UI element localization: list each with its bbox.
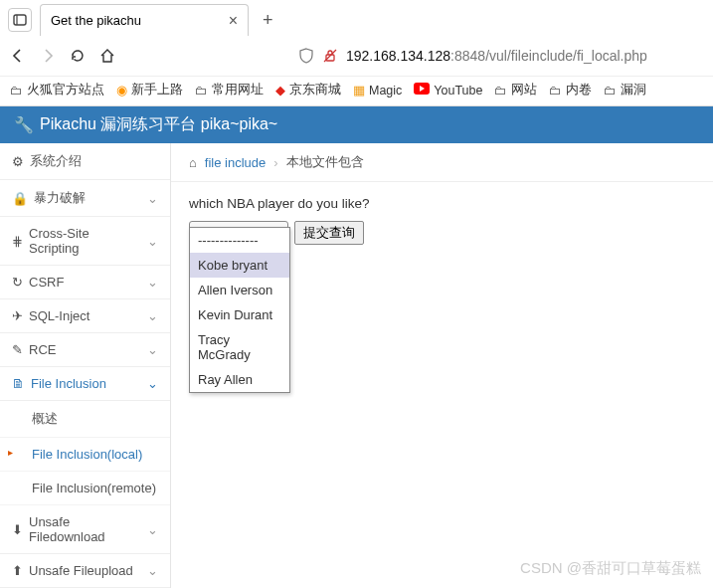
refresh-icon: ↻ xyxy=(12,275,23,290)
reload-button[interactable] xyxy=(70,48,86,64)
bookmark-item[interactable]: 🗀常用网址 xyxy=(195,82,264,98)
nav-bar: 192.168.134.128:8848/vul/fileinclude/fi_… xyxy=(0,36,713,76)
bookmark-item[interactable]: YouTube xyxy=(414,81,482,99)
magic-icon: ▦ xyxy=(353,83,365,98)
back-button[interactable] xyxy=(10,48,26,64)
chevron-down-icon: ⌄ xyxy=(147,275,158,290)
forward-button[interactable] xyxy=(40,48,56,64)
download-icon: ⬇ xyxy=(12,522,23,537)
sidebar-item-filedownload[interactable]: ⬇Unsafe Filedownload⌄ xyxy=(0,505,170,554)
browser-tab[interactable]: Get the pikachu × xyxy=(40,4,249,36)
chevron-down-icon: ⌄ xyxy=(147,563,158,578)
select-option[interactable]: Kobe bryant xyxy=(190,253,289,278)
folder-icon: 🗀 xyxy=(10,84,23,98)
folder-icon: 🗀 xyxy=(549,84,562,98)
chevron-down-icon: ⌄ xyxy=(147,308,158,323)
home-button[interactable] xyxy=(99,48,115,64)
chevron-down-icon: ⌄ xyxy=(147,191,158,206)
bookmark-item[interactable]: 🗀火狐官方站点 xyxy=(10,82,104,98)
sidebar-sub-overview[interactable]: 概述 xyxy=(0,401,170,438)
wrench-icon: 🔧 xyxy=(14,115,34,134)
chevron-down-icon: ⌄ xyxy=(147,376,158,391)
recent-tabs-button[interactable] xyxy=(8,8,32,32)
sidebar-item-fileupload[interactable]: ⬆Unsafe Fileupload⌄ xyxy=(0,554,170,588)
chevron-down-icon: ⌄ xyxy=(147,522,158,537)
folder-icon: 🗀 xyxy=(494,84,507,98)
bookmark-item[interactable]: 🗀内卷 xyxy=(549,82,592,98)
svg-rect-0 xyxy=(14,15,26,25)
sidebar-item-fileinclusion[interactable]: 🗎File Inclusion⌄ xyxy=(0,367,170,401)
select-option[interactable]: Allen Iverson xyxy=(190,278,289,302)
content-area: ⌂ file include › 本地文件包含 which NBA player… xyxy=(171,143,713,588)
bookmark-item[interactable]: 🗀漏洞 xyxy=(604,82,646,98)
app-body: ⚙系统介绍 🔒暴力破解⌄ ⋕Cross-Site Scripting⌄ ↻CSR… xyxy=(0,143,713,588)
close-icon[interactable]: × xyxy=(229,12,238,30)
bookmarks-bar: 🗀火狐官方站点 ◉新手上路 🗀常用网址 ◆京东商城 ▦Magic YouTube… xyxy=(0,76,713,105)
breadcrumb-current: 本地文件包含 xyxy=(286,153,364,171)
sidebar-item-intro[interactable]: ⚙系统介绍 xyxy=(0,143,170,180)
breadcrumb: ⌂ file include › 本地文件包含 xyxy=(171,143,713,182)
sidebar-sub-local[interactable]: File Inclusion(local) xyxy=(0,438,170,472)
tab-strip: Get the pikachu × + xyxy=(0,0,713,36)
bug-icon: ⋕ xyxy=(12,234,23,249)
address-bar[interactable]: 192.168.134.128:8848/vul/fileinclude/fi_… xyxy=(298,48,703,64)
bookmark-item[interactable]: ◆京东商城 xyxy=(275,82,341,98)
firefox-icon: ◉ xyxy=(116,83,127,98)
gears-icon: ⚙ xyxy=(12,154,24,169)
upload-icon: ⬆ xyxy=(12,563,23,578)
watermark: CSDN @香甜可口草莓蛋糕 xyxy=(520,559,701,578)
sidebar-item-xss[interactable]: ⋕Cross-Site Scripting⌄ xyxy=(0,217,170,266)
bookmark-item[interactable]: 🗀网站 xyxy=(494,82,537,98)
select-dropdown: -------------- Kobe bryant Allen Iverson… xyxy=(189,227,290,393)
select-option[interactable]: Kevin Durant xyxy=(190,302,289,327)
sidebar: ⚙系统介绍 🔒暴力破解⌄ ⋕Cross-Site Scripting⌄ ↻CSR… xyxy=(0,143,171,588)
shield-icon xyxy=(298,48,314,64)
home-icon[interactable]: ⌂ xyxy=(189,155,197,170)
app-title: Pikachu 漏洞练习平台 pika~pika~ xyxy=(40,114,277,135)
sidebar-item-csrf[interactable]: ↻CSRF⌄ xyxy=(0,266,170,299)
new-tab-button[interactable]: + xyxy=(257,10,279,31)
folder-icon: 🗀 xyxy=(195,84,208,98)
browser-chrome: Get the pikachu × + 192.168.134.128:8848… xyxy=(0,0,713,106)
sidebar-sub-remote[interactable]: File Inclusion(remote) xyxy=(0,472,170,505)
bookmark-item[interactable]: ◉新手上路 xyxy=(116,82,183,98)
insecure-icon xyxy=(322,48,338,64)
chevron-down-icon: ⌄ xyxy=(147,342,158,357)
sidebar-item-rce[interactable]: ✎RCE⌄ xyxy=(0,333,170,367)
lock-icon: 🔒 xyxy=(12,191,28,206)
recent-icon xyxy=(12,12,28,28)
breadcrumb-link[interactable]: file include xyxy=(205,155,266,170)
app-header: 🔧 Pikachu 漏洞练习平台 pika~pika~ xyxy=(0,106,713,143)
bookmark-item[interactable]: ▦Magic xyxy=(353,83,402,98)
select-option[interactable]: Tracy McGrady xyxy=(190,327,289,367)
select-option[interactable]: Ray Allen xyxy=(190,367,289,392)
file-icon: 🗎 xyxy=(12,376,25,391)
youtube-icon xyxy=(414,81,430,99)
url-text: 192.168.134.128:8848/vul/fileinclude/fi_… xyxy=(346,48,647,64)
select-option[interactable]: -------------- xyxy=(190,228,289,253)
pencil-icon: ✎ xyxy=(12,342,23,357)
folder-icon: 🗀 xyxy=(604,84,617,98)
question-text: which NBA player do you like? xyxy=(171,182,713,221)
submit-button[interactable]: 提交查询 xyxy=(294,221,364,245)
jd-icon: ◆ xyxy=(275,83,285,98)
sidebar-item-bruteforce[interactable]: 🔒暴力破解⌄ xyxy=(0,180,170,217)
tab-title: Get the pikachu xyxy=(51,13,221,28)
breadcrumb-sep: › xyxy=(273,155,277,170)
sidebar-item-sqli[interactable]: ✈SQL-Inject⌄ xyxy=(0,299,170,333)
chevron-down-icon: ⌄ xyxy=(147,234,158,249)
plane-icon: ✈ xyxy=(12,308,23,323)
